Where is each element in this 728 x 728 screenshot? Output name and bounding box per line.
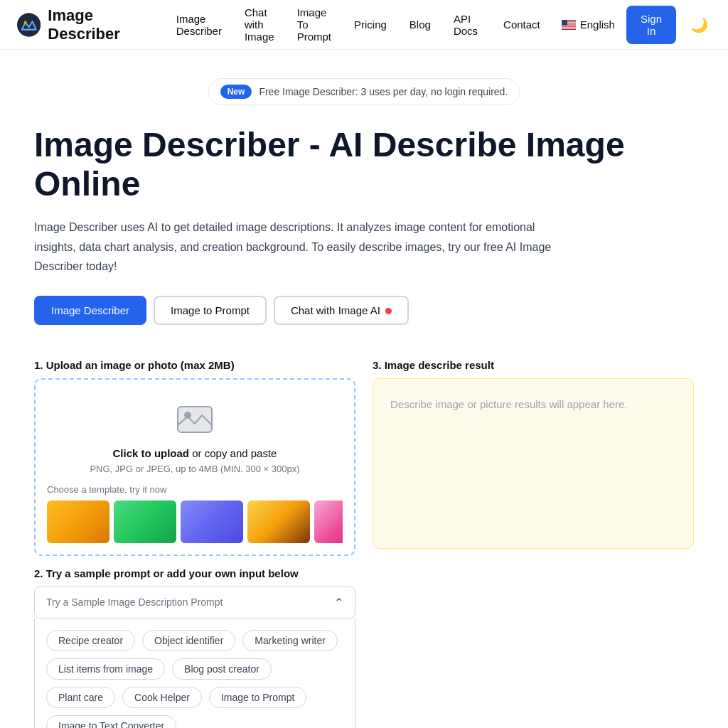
main-content: 1. Upload an image or photo (max 2MB) Cl… [0,359,728,728]
nav-image-describer[interactable]: Image Describer [166,7,232,43]
svg-point-0 [17,13,41,36]
left-panel: 1. Upload an image or photo (max 2MB) Cl… [34,359,355,728]
tag-marketing-writer[interactable]: Marketing writer [242,630,338,651]
upload-main-text: Click to upload or copy and paste [47,447,343,459]
prompt-section: 2. Try a sample prompt or add your own i… [34,567,355,728]
language-selector[interactable]: English [562,18,615,31]
banner-text: Free Image Describer: 3 uses per day, no… [259,86,508,97]
nav-chat-with-image[interactable]: Chat with Image [235,1,284,48]
upload-format-text: PNG, JPG or JPEG, up to 4MB (MIN. 300 × … [47,464,343,474]
nav-pricing[interactable]: Pricing [344,13,397,36]
svg-rect-6 [562,25,576,26]
chevron-up-icon: ⌃ [334,596,343,609]
hero-description: Image Describer uses AI to get detailed … [34,218,574,276]
brand-link[interactable]: Image Describer [17,6,149,43]
tag-blog-post-creator[interactable]: Blog post creator [172,658,272,680]
tab-chat-with-image[interactable]: Chat with Image AI [274,296,409,325]
tag-cook-helper[interactable]: Cook Helper [122,687,202,708]
tab-image-to-prompt[interactable]: Image to Prompt [154,296,267,325]
template-image-5[interactable] [314,500,343,543]
svg-rect-8 [562,28,576,28]
brand-name: Image Describer [48,6,149,43]
svg-rect-9 [562,20,567,26]
svg-rect-7 [562,26,576,27]
sign-in-button[interactable]: Sign In [626,6,676,44]
language-label: English [580,18,615,31]
tab-buttons: Image Describer Image to Prompt Chat wit… [34,296,694,325]
svg-point-1 [24,21,27,23]
tab-image-describer[interactable]: Image Describer [34,296,146,325]
flag-icon [562,20,576,30]
contact-link[interactable]: Contact [493,13,550,36]
template-image-3[interactable] [181,500,243,543]
prompt-section-label: 2. Try a sample prompt or add your own i… [34,567,355,579]
tag-plant-care[interactable]: Plant care [46,687,115,708]
live-dot-icon [385,308,392,314]
template-label: Choose a template, try it now [47,484,343,495]
dark-mode-button[interactable]: 🌙 [687,14,711,36]
result-section-label: 3. Image describe result [373,359,694,371]
template-image-2[interactable] [114,500,176,543]
banner-new-badge: New [220,85,252,99]
result-placeholder-text: Describe image or picture results will a… [390,396,676,413]
hero-title: Image Describer - AI Describe Image Onli… [34,125,694,203]
template-image-4[interactable] [247,500,310,543]
brand-logo-icon [17,11,41,39]
upload-area[interactable]: Click to upload or copy and paste PNG, J… [34,378,355,556]
result-area: Describe image or picture results will a… [373,378,694,549]
nav-image-to-prompt[interactable]: Image To Prompt [287,1,341,48]
prompt-dropdown-placeholder: Try a Sample Image Description Prompt [46,596,223,608]
navbar-right: Contact English Sign In 🌙 [493,6,711,44]
prompt-tags-container: Recipe creator Object identifier Marketi… [34,619,355,728]
nav-api-docs[interactable]: API Docs [444,7,488,43]
upload-section-label: 1. Upload an image or photo (max 2MB) [34,359,355,371]
tag-image-to-text-converter[interactable]: Image to Text Converter [46,715,176,728]
tag-image-to-prompt[interactable]: Image to Prompt [209,687,307,708]
announcement-banner: New Free Image Describer: 3 uses per day… [208,78,520,105]
image-placeholder-icon [47,402,343,440]
prompt-dropdown[interactable]: Try a Sample Image Description Prompt ⌃ [34,587,355,619]
template-images [47,500,343,543]
template-image-1[interactable] [47,500,109,543]
tag-list-items[interactable]: List items from image [46,658,165,680]
nav-blog[interactable]: Blog [400,13,441,36]
navbar: Image Describer Image Describer Chat wit… [0,0,728,50]
right-panel: 3. Image describe result Describe image … [373,359,694,728]
template-section: Choose a template, try it now [47,484,343,543]
svg-point-12 [184,412,191,419]
tag-object-identifier[interactable]: Object identifier [142,630,235,651]
nav-links: Image Describer Chat with Image Image To… [166,1,488,48]
tag-recipe-creator[interactable]: Recipe creator [46,630,135,651]
hero-section: New Free Image Describer: 3 uses per day… [0,50,728,359]
